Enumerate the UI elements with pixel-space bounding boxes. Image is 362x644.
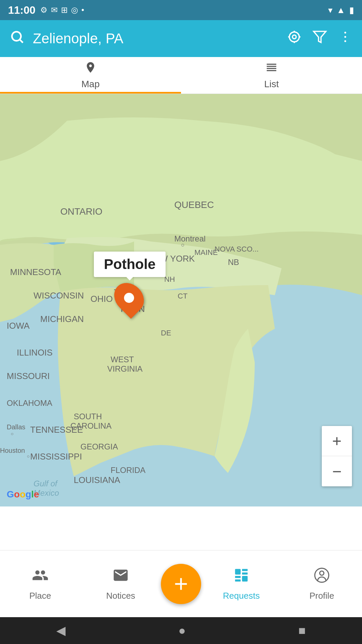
svg-text:MICHIGAN: MICHIGAN xyxy=(40,314,84,324)
nav-item-requests[interactable]: Requests xyxy=(201,550,282,617)
notices-label: Notices xyxy=(106,591,135,601)
requests-icon xyxy=(233,567,250,587)
home-button[interactable]: ● xyxy=(178,624,186,638)
list-tab-label: List xyxy=(264,79,279,90)
svg-text:ONTARIO: ONTARIO xyxy=(60,206,102,217)
notices-icon xyxy=(112,567,129,587)
svg-text:GEORGIA: GEORGIA xyxy=(80,442,118,451)
location-icon[interactable] xyxy=(287,30,302,48)
tab-map[interactable]: Map xyxy=(0,57,181,94)
map-tooltip: Pothole xyxy=(94,252,166,277)
svg-text:MISSISSIPPI: MISSISSIPPI xyxy=(30,451,82,462)
svg-text:OKLAHOMA: OKLAHOMA xyxy=(7,398,52,408)
list-tab-icon xyxy=(265,61,278,77)
map-tab-icon xyxy=(84,61,97,77)
svg-text:○: ○ xyxy=(27,453,29,459)
zoom-out-button[interactable]: − xyxy=(322,456,352,486)
filter-icon[interactable] xyxy=(312,30,327,48)
svg-text:LOUISIANA: LOUISIANA xyxy=(74,475,120,485)
svg-line-1 xyxy=(20,40,23,42)
requests-label: Requests xyxy=(223,591,260,601)
svg-rect-65 xyxy=(235,579,241,581)
profile-label: Profile xyxy=(309,591,334,601)
map-pin[interactable] xyxy=(116,282,142,314)
svg-text:DE: DE xyxy=(161,329,171,337)
svg-text:FLORIDA: FLORIDA xyxy=(111,466,145,475)
nav-item-place[interactable]: Place xyxy=(0,550,80,617)
more-icon[interactable] xyxy=(338,30,353,48)
svg-rect-62 xyxy=(242,569,248,571)
svg-text:Montreal: Montreal xyxy=(174,234,205,243)
svg-point-3 xyxy=(289,32,299,42)
svg-text:CAROLINA: CAROLINA xyxy=(70,421,112,430)
mail-icon: ✉ xyxy=(51,5,58,15)
svg-point-9 xyxy=(344,32,346,34)
svg-text:WISCONSIN: WISCONSIN xyxy=(34,290,84,301)
at-icon: ◎ xyxy=(71,5,78,15)
map-tab-label: Map xyxy=(81,79,100,90)
profile-icon xyxy=(313,567,330,587)
svg-rect-61 xyxy=(235,569,241,575)
svg-text:○: ○ xyxy=(11,431,13,436)
battery-icon: ▮ xyxy=(349,5,354,15)
svg-text:Gulf of: Gulf of xyxy=(34,479,58,488)
svg-point-68 xyxy=(320,571,324,575)
status-time: 11:00 xyxy=(8,4,36,16)
google-logo: Google xyxy=(7,489,39,500)
app-bar-actions xyxy=(287,30,353,48)
svg-point-10 xyxy=(344,36,346,38)
svg-text:QUEBEC: QUEBEC xyxy=(174,200,214,210)
wifi-icon: ▾ xyxy=(328,5,333,15)
svg-rect-63 xyxy=(242,572,248,574)
nav-fab-add[interactable] xyxy=(161,564,201,604)
zoom-controls: + − xyxy=(322,426,352,486)
bottom-nav: Place Notices Requests xyxy=(0,550,362,617)
tab-list[interactable]: List xyxy=(181,57,362,94)
status-right: ▾ ▲ ▮ xyxy=(328,5,354,15)
back-button[interactable]: ◀ xyxy=(56,624,66,638)
app-bar: Zelienople, PA xyxy=(0,20,362,57)
svg-text:WEST: WEST xyxy=(111,355,134,364)
svg-text:MISSOURI: MISSOURI xyxy=(7,371,50,381)
svg-point-2 xyxy=(293,35,296,39)
view-tabs: Map List xyxy=(0,57,362,94)
svg-text:Houston: Houston xyxy=(0,447,25,454)
app-bar-title: Zelienople, PA xyxy=(33,31,279,47)
signal-icon: ▲ xyxy=(337,5,345,15)
place-icon xyxy=(32,567,49,587)
place-label: Place xyxy=(29,591,51,601)
status-icons: ⚙ ✉ ⊞ ◎ • xyxy=(40,5,84,15)
svg-text:OHIO: OHIO xyxy=(90,294,113,304)
svg-text:NH: NH xyxy=(164,275,175,283)
svg-rect-66 xyxy=(242,576,248,582)
svg-text:VIRGINIA: VIRGINIA xyxy=(107,364,142,373)
svg-rect-64 xyxy=(235,576,241,578)
status-bar: 11:00 ⚙ ✉ ⊞ ◎ • ▾ ▲ ▮ xyxy=(0,0,362,20)
svg-text:○: ○ xyxy=(181,241,185,248)
svg-text:ILLINOIS: ILLINOIS xyxy=(17,347,53,358)
svg-text:MINNESOTA: MINNESOTA xyxy=(10,267,61,277)
svg-text:IOWA: IOWA xyxy=(7,321,30,331)
status-left: 11:00 ⚙ ✉ ⊞ ◎ • xyxy=(8,4,84,16)
tab-indicator xyxy=(0,92,181,94)
zoom-in-button[interactable]: + xyxy=(322,426,352,456)
nav-item-notices[interactable]: Notices xyxy=(80,550,161,617)
screen-icon: ⊞ xyxy=(61,5,68,15)
search-icon[interactable] xyxy=(9,29,25,48)
svg-text:NOVA SCO...: NOVA SCO... xyxy=(215,245,259,253)
svg-text:NB: NB xyxy=(228,258,239,267)
svg-marker-8 xyxy=(314,32,326,43)
recent-button[interactable]: ■ xyxy=(298,624,306,638)
system-nav: ◀ ● ■ xyxy=(0,617,362,644)
map-container[interactable]: ONTARIO QUEBEC MINNESOTA WISCONSIN MICHI… xyxy=(0,94,362,506)
svg-text:SOUTH: SOUTH xyxy=(74,412,102,421)
svg-point-11 xyxy=(344,40,346,42)
svg-point-0 xyxy=(12,32,21,41)
svg-text:Dallas: Dallas xyxy=(7,423,25,431)
nav-item-profile[interactable]: Profile xyxy=(282,550,362,617)
settings-icon: ⚙ xyxy=(40,5,48,15)
svg-text:CT: CT xyxy=(178,292,187,300)
dot-icon: • xyxy=(81,5,84,15)
